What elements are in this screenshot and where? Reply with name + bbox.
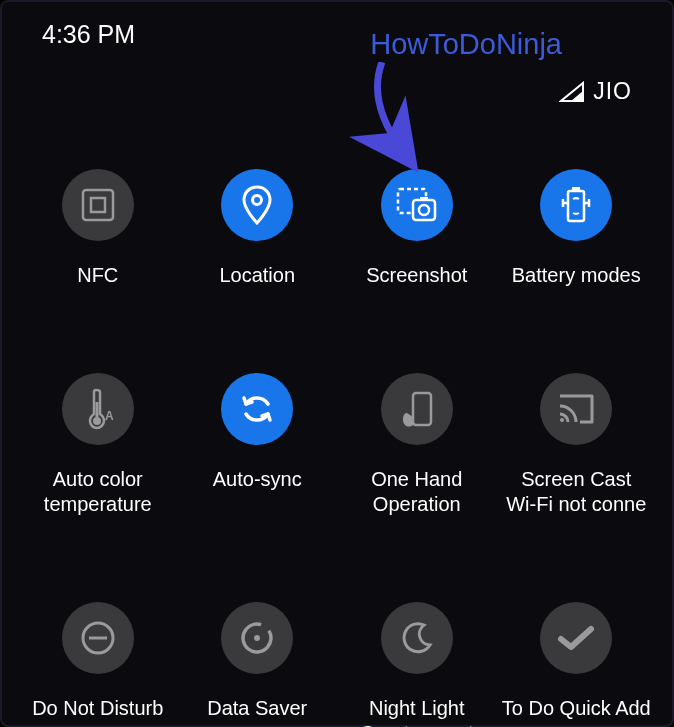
svg-rect-6: [420, 197, 428, 201]
cast-icon: [540, 373, 612, 445]
tile-sublabel: On at sunset: [360, 721, 473, 727]
signal-icon: [559, 81, 585, 103]
tile-label: Auto color temperature: [22, 467, 174, 517]
svg-text:A: A: [105, 409, 114, 423]
svg-rect-12: [413, 393, 431, 425]
location-icon: [221, 169, 293, 241]
moon-icon: [381, 602, 453, 674]
svg-rect-4: [413, 200, 435, 220]
tile-auto-color-temp[interactable]: A Auto color temperature: [22, 373, 174, 517]
svg-point-17: [254, 635, 260, 641]
dnd-icon: [62, 602, 134, 674]
tile-night-light[interactable]: Night Light On at sunset: [341, 602, 493, 727]
annotation-label: HowToDoNinja: [370, 28, 562, 61]
tile-label: Screen Cast: [521, 467, 631, 492]
tile-label: Screenshot: [366, 263, 467, 288]
svg-point-9: [93, 417, 101, 425]
tile-label: Battery modes: [512, 263, 641, 288]
sync-icon: [221, 373, 293, 445]
svg-rect-7: [568, 191, 584, 221]
tile-label: To Do Quick Add: [502, 696, 651, 721]
svg-rect-0: [83, 190, 113, 220]
tile-nfc[interactable]: NFC: [22, 169, 174, 288]
tile-one-hand[interactable]: One Hand Operation: [341, 373, 493, 517]
tile-label: Night Light: [369, 696, 465, 721]
tile-screenshot[interactable]: Screenshot: [341, 169, 493, 288]
one-hand-icon: [381, 373, 453, 445]
thermometer-icon: A: [62, 373, 134, 445]
tile-label: NFC: [77, 263, 118, 288]
tile-battery-modes[interactable]: Battery modes: [501, 169, 653, 288]
tile-auto-sync[interactable]: Auto-sync: [182, 373, 334, 517]
status-signal: JIO: [559, 78, 632, 105]
tile-label: Do Not Disturb: [32, 696, 163, 721]
battery-icon: [540, 169, 612, 241]
nfc-icon: [62, 169, 134, 241]
tiles-grid: NFC Location Screenshot: [2, 59, 672, 727]
tile-sublabel: Wi-Fi not conne: [506, 492, 646, 517]
svg-point-13: [560, 418, 564, 422]
svg-rect-1: [91, 198, 105, 212]
tile-label: Auto-sync: [213, 467, 302, 492]
tile-label: Location: [219, 263, 295, 288]
tile-label: One Hand Operation: [341, 467, 493, 517]
tile-location[interactable]: Location: [182, 169, 334, 288]
data-saver-icon: [221, 602, 293, 674]
tile-dnd[interactable]: Do Not Disturb: [22, 602, 174, 727]
carrier-label: JIO: [593, 78, 632, 105]
tile-todo-quick-add[interactable]: To Do Quick Add: [501, 602, 653, 727]
screenshot-icon: [381, 169, 453, 241]
svg-rect-8: [572, 187, 580, 191]
quick-settings-panel: 4:36 PM HowToDoNinja JIO: [0, 0, 674, 727]
tile-screen-cast[interactable]: Screen Cast Wi-Fi not conne: [501, 373, 653, 517]
svg-point-2: [253, 196, 262, 205]
tile-label: Data Saver: [207, 696, 307, 721]
tile-data-saver[interactable]: Data Saver: [182, 602, 334, 727]
status-bar: 4:36 PM: [2, 2, 672, 59]
check-icon: [540, 602, 612, 674]
status-time: 4:36 PM: [42, 20, 135, 49]
